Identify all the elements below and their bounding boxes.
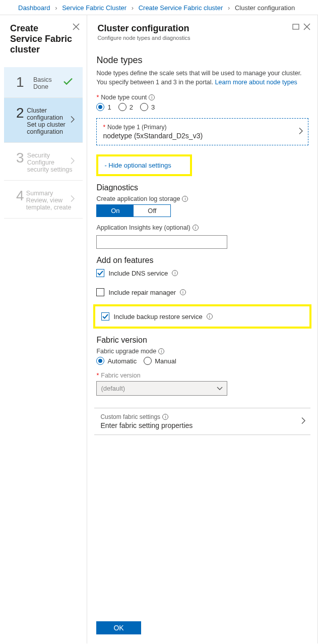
- step-number: 3: [16, 150, 27, 166]
- mode-automatic[interactable]: Automatic: [96, 357, 137, 365]
- highlight-hide-optional: - Hide optional settings: [96, 154, 192, 176]
- required-star: *: [96, 94, 99, 101]
- radio-icon: [144, 357, 152, 365]
- chevron-right-icon: ›: [129, 4, 137, 12]
- step-subtitle: Set up cluster configuration: [27, 121, 75, 135]
- custom-fabric-settings[interactable]: Custom fabric settings i Enter fabric se…: [94, 408, 310, 435]
- select-value: (default): [101, 385, 125, 392]
- step-number: 2: [16, 105, 27, 121]
- step-4-summary: 4 Summary Review, view template, create: [4, 181, 83, 219]
- fabric-version-select[interactable]: (default): [96, 381, 227, 396]
- fabric-mode-label: Fabric upgrade mode i: [96, 348, 308, 355]
- step-number: 4: [16, 188, 26, 204]
- crumb-current: Cluster configuration: [235, 4, 295, 12]
- step-title: Security: [27, 152, 75, 159]
- checkbox-icon: [101, 312, 109, 320]
- chevron-right-icon: [299, 128, 303, 136]
- checkbox-icon: [96, 288, 104, 296]
- info-icon[interactable]: i: [149, 94, 155, 100]
- radio-icon: [96, 357, 104, 365]
- crumb-create-sf[interactable]: Create Service Fabric cluster: [139, 4, 223, 12]
- ok-button[interactable]: OK: [96, 621, 141, 634]
- learn-more-link[interactable]: Learn more about node types: [215, 79, 297, 86]
- radio-icon: [140, 103, 148, 111]
- config-blade: Cluster configuration Configure node typ…: [87, 15, 318, 643]
- wizard-title: Create Service Fabric cluster: [10, 23, 73, 55]
- highlight-backup-restore: Include backup restore service i: [93, 304, 311, 329]
- chevron-right-icon: [71, 157, 75, 166]
- chevron-down-icon: [217, 385, 223, 392]
- info-icon[interactable]: i: [207, 313, 213, 319]
- checkmark-icon: [63, 78, 73, 87]
- crumb-dashboard[interactable]: Dashboard: [18, 4, 50, 12]
- info-icon[interactable]: i: [193, 225, 199, 231]
- chevron-right-icon: [71, 116, 75, 125]
- fabric-heading: Fabric version: [96, 336, 308, 345]
- addon-backup[interactable]: Include backup restore service i: [101, 312, 303, 320]
- mode-manual[interactable]: Manual: [144, 357, 176, 365]
- radio-icon: [96, 103, 104, 111]
- footer-bar: OK: [87, 616, 317, 643]
- config-subtitle: Configure node types and diagnostics: [97, 35, 190, 41]
- toggle-on[interactable]: On: [97, 205, 134, 217]
- custom-fabric-value: Enter fabric setting properties: [100, 421, 295, 430]
- node-count-3[interactable]: 3: [140, 103, 155, 111]
- info-icon[interactable]: i: [182, 196, 188, 202]
- appinsights-input[interactable]: [96, 235, 227, 249]
- addons-heading: Add on features: [96, 256, 308, 265]
- chevron-right-icon: ›: [225, 4, 233, 12]
- close-icon[interactable]: [303, 23, 310, 30]
- toggle-off[interactable]: Off: [134, 205, 170, 217]
- node-type-1-value: nodetype (5xStandard_D2s_v3): [103, 132, 293, 140]
- info-icon[interactable]: i: [162, 414, 168, 420]
- node-count-radios: 1 2 3: [96, 103, 308, 111]
- addon-dns[interactable]: Include DNS service i: [96, 269, 308, 277]
- node-type-1-label: Node type 1 (Primary): [107, 124, 166, 131]
- node-type-1-selector[interactable]: * Node type 1 (Primary) nodetype (5xStan…: [96, 118, 308, 145]
- node-types-heading: Node types: [96, 55, 308, 66]
- step-title: Summary: [26, 190, 75, 197]
- custom-fabric-label: Custom fabric settings: [100, 413, 160, 420]
- checkbox-icon: [96, 269, 104, 277]
- step-1-basics[interactable]: 1 Basics Done: [4, 67, 83, 98]
- chevron-right-icon: [71, 195, 75, 204]
- step-number: 1: [16, 74, 33, 90]
- radio-icon: [118, 103, 126, 111]
- step-3-security: 3 Security Configure security settings: [4, 143, 83, 181]
- info-icon[interactable]: i: [172, 270, 178, 276]
- node-count-1[interactable]: 1: [96, 103, 111, 111]
- maximize-icon[interactable]: [292, 23, 299, 30]
- hide-optional-link[interactable]: - Hide optional settings: [104, 162, 171, 169]
- svg-rect-0: [293, 24, 299, 29]
- required-star: *: [96, 372, 99, 379]
- node-count-2[interactable]: 2: [118, 103, 133, 111]
- required-star: *: [103, 124, 105, 131]
- node-count-label: * Node type count i: [96, 94, 308, 101]
- fabric-mode-radios: Automatic Manual: [96, 357, 308, 365]
- config-title: Cluster configuration: [97, 23, 190, 34]
- diag-storage-toggle[interactable]: On Off: [96, 204, 171, 217]
- node-types-desc: Node types define the scale sets that wi…: [96, 69, 308, 87]
- diag-storage-label: Create application log storage i: [96, 195, 308, 202]
- info-icon[interactable]: i: [180, 289, 186, 295]
- diagnostics-heading: Diagnostics: [96, 183, 308, 192]
- step-subtitle: Review, view template, create: [26, 197, 75, 211]
- info-icon[interactable]: i: [158, 348, 164, 354]
- breadcrumb: Dashboard › Service Fabric Cluster › Cre…: [0, 0, 318, 15]
- addon-repair[interactable]: Include repair manager i: [96, 288, 308, 296]
- step-2-cluster-config[interactable]: 2 Cluster configuration Set up cluster c…: [4, 98, 83, 143]
- chevron-right-icon: [301, 417, 305, 426]
- wizard-blade: Create Service Fabric cluster 1 Basics D…: [0, 15, 87, 643]
- chevron-right-icon: ›: [52, 4, 60, 12]
- close-icon[interactable]: [73, 23, 80, 30]
- fabric-version-label: * Fabric version: [96, 372, 308, 379]
- step-title: Cluster configuration: [27, 107, 75, 121]
- crumb-sfcluster[interactable]: Service Fabric Cluster: [62, 4, 126, 12]
- appinsights-label: Application Insights key (optional) i: [96, 224, 308, 231]
- step-subtitle: Configure security settings: [27, 159, 75, 173]
